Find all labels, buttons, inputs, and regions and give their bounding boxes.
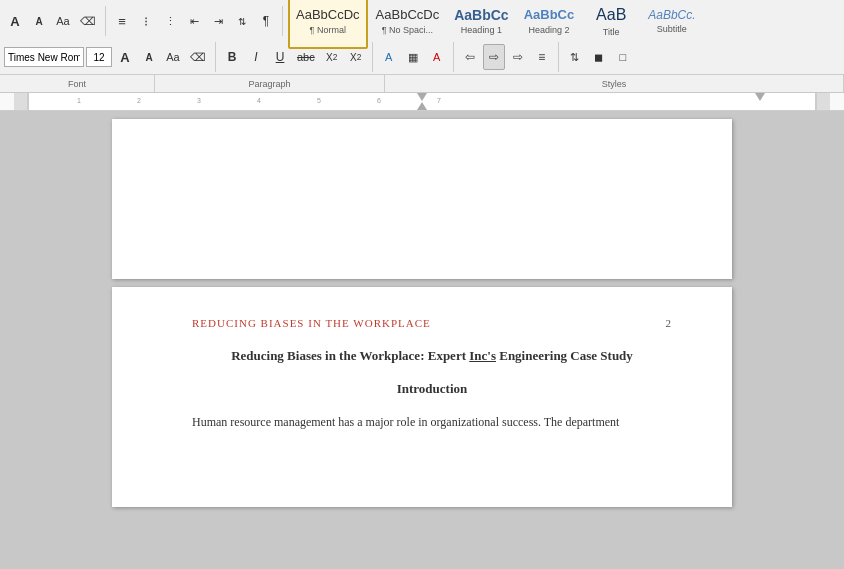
clear-format-btn2[interactable]: ⌫ (186, 44, 210, 70)
font-size-shrink-btn[interactable]: A (28, 8, 50, 34)
doc-title: Reducing Biases in the Workplace: Expert… (192, 347, 672, 365)
text-effects-group: ≡ ⁝ ⋮ ⇤ ⇥ ⇅ ¶ (111, 8, 277, 34)
style-subtitle-label: Subtitle (657, 24, 687, 34)
line-spacing-btn[interactable]: ⇅ (564, 44, 586, 70)
style-h1-btn[interactable]: AaBbCc Heading 1 (447, 0, 515, 49)
style-h2-preview: AaBbCc (524, 7, 575, 23)
font-section-label: Font (0, 75, 155, 92)
align-right-btn[interactable]: ⇨ (507, 44, 529, 70)
font-size-input[interactable] (86, 47, 112, 67)
style-subtitle-preview: AaBbCc. (648, 8, 695, 22)
sep4 (372, 42, 373, 72)
style-h2-label: Heading 2 (528, 25, 569, 35)
page-header: REDUCING BIASES IN THE WORKPLACE 2 (192, 317, 672, 329)
ruler-mark-1: 1 (77, 97, 81, 104)
change-case-btn[interactable]: Aa (52, 8, 74, 34)
underline-btn[interactable]: U (269, 44, 291, 70)
style-normal-btn[interactable]: AaBbCcDc ¶ Normal (288, 0, 368, 49)
style-no-spacing-btn[interactable]: AaBbCcDc ¶ No Spaci... (369, 0, 447, 49)
style-h2-btn[interactable]: AaBbCc Heading 2 (517, 0, 582, 49)
multilevel-list-btn[interactable]: ⋮ (159, 8, 181, 34)
body-text: Human resource management has a major ro… (192, 413, 672, 432)
font-color-btn[interactable]: A (426, 44, 448, 70)
ruler-mark-4: 4 (257, 97, 261, 104)
ruler-indent-top[interactable] (417, 93, 427, 101)
sort-btn[interactable]: ⇅ (231, 8, 253, 34)
bold-btn[interactable]: B (221, 44, 243, 70)
text-effects-btn[interactable]: A (378, 44, 400, 70)
text-highlight-btn[interactable]: ▦ (402, 44, 424, 70)
sep6 (558, 42, 559, 72)
ribbon-top-row: A A Aa ⌫ ≡ ⁝ ⋮ ⇤ ⇥ ⇅ ¶ AaBbCcDc ¶ Normal… (0, 0, 844, 42)
sep2 (282, 6, 283, 36)
increase-indent-btn[interactable]: ⇥ (207, 8, 229, 34)
shading-btn[interactable]: ◼ (588, 44, 610, 70)
align-center-btn[interactable]: ⇨ (483, 44, 505, 70)
style-no-spacing-label: ¶ No Spaci... (382, 25, 433, 35)
page-header-text: REDUCING BIASES IN THE WORKPLACE (192, 317, 431, 329)
style-normal-preview: AaBbCcDc (296, 7, 360, 23)
sep5 (453, 42, 454, 72)
section-title: Introduction (192, 381, 672, 397)
font-shrink-btn[interactable]: A (138, 44, 160, 70)
show-formatting-btn[interactable]: ¶ (255, 8, 277, 34)
section-labels: Font Paragraph Styles (0, 74, 844, 92)
ruler-right-indent[interactable] (755, 93, 765, 101)
ruler-mark-7: 7 (437, 97, 441, 104)
bullet-list-btn[interactable]: ≡ (111, 8, 133, 34)
numbered-list-btn[interactable]: ⁝ (135, 8, 157, 34)
style-title-label: Title (603, 27, 620, 37)
style-title-btn[interactable]: AaB Title (582, 0, 640, 49)
ruler-inner: 1 2 3 4 5 6 7 (28, 93, 816, 110)
decrease-indent-btn[interactable]: ⇤ (183, 8, 205, 34)
style-h1-label: Heading 1 (461, 25, 502, 35)
font-size-grow-btn[interactable]: A (4, 8, 26, 34)
style-title-preview: AaB (596, 5, 626, 24)
font-group: A A Aa ⌫ (4, 8, 100, 34)
style-normal-label: ¶ Normal (310, 25, 346, 35)
font-name-input[interactable] (4, 47, 84, 67)
styles-section-label: Styles (385, 75, 844, 92)
style-no-spacing-preview: AaBbCcDc (376, 7, 440, 23)
style-subtitle-btn[interactable]: AaBbCc. Subtitle (641, 0, 702, 49)
doc-title-text: Reducing Biases in the Workplace: Expert… (231, 348, 633, 363)
page-2[interactable]: REDUCING BIASES IN THE WORKPLACE 2 Reduc… (112, 287, 732, 507)
superscript-btn[interactable]: X2 (345, 44, 367, 70)
sep3 (215, 42, 216, 72)
italic-btn[interactable]: I (245, 44, 267, 70)
page-1 (112, 119, 732, 279)
clear-format-btn[interactable]: ⌫ (76, 8, 100, 34)
font-grow-btn[interactable]: A (114, 44, 136, 70)
ruler-mark-2: 2 (137, 97, 141, 104)
page-number: 2 (666, 317, 673, 329)
ruler-indent-bottom[interactable] (417, 102, 427, 110)
ruler: 1 2 3 4 5 6 7 (0, 93, 844, 111)
strikethrough-btn[interactable]: abc (293, 44, 319, 70)
sep1 (105, 6, 106, 36)
borders-btn[interactable]: □ (612, 44, 634, 70)
paragraph-section-label: Paragraph (155, 75, 385, 92)
toolbar: A A Aa ⌫ ≡ ⁝ ⋮ ⇤ ⇥ ⇅ ¶ AaBbCcDc ¶ Normal… (0, 0, 844, 93)
align-left-btn[interactable]: ⇦ (459, 44, 481, 70)
style-h1-preview: AaBbCc (454, 7, 508, 24)
subscript-btn[interactable]: X2 (321, 44, 343, 70)
inc-underline: Inc's (469, 348, 496, 363)
justify-btn[interactable]: ≡ (531, 44, 553, 70)
ruler-mark-6: 6 (377, 97, 381, 104)
document-area[interactable]: REDUCING BIASES IN THE WORKPLACE 2 Reduc… (0, 111, 844, 569)
font-case-btn[interactable]: Aa (162, 44, 184, 70)
ruler-mark-5: 5 (317, 97, 321, 104)
ruler-mark-3: 3 (197, 97, 201, 104)
